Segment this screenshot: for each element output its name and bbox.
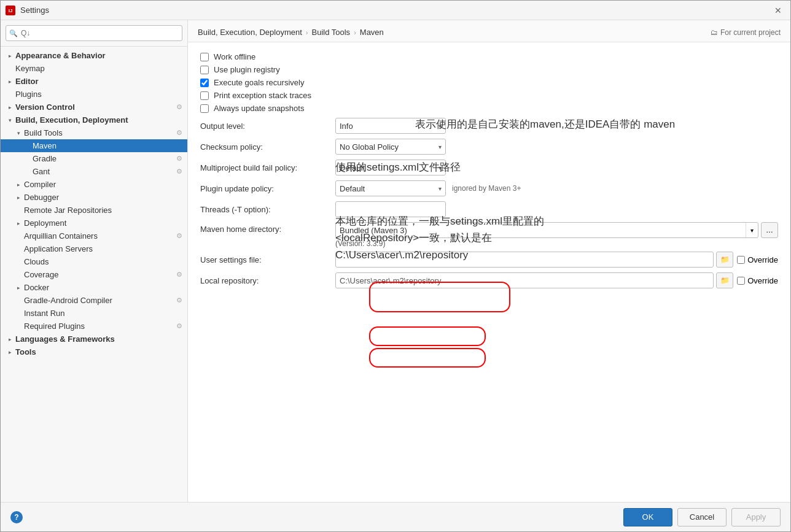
breadcrumb-part2: Build Tools xyxy=(311,28,350,37)
remote-jar-arrow-icon xyxy=(14,206,23,215)
checkbox-always-update[interactable] xyxy=(200,104,209,113)
instant-run-arrow-icon xyxy=(14,309,23,318)
breadcrumb-sep1: › xyxy=(306,29,308,36)
required-plugins-gear-icon: ⚙ xyxy=(176,322,182,330)
ok-button[interactable]: OK xyxy=(623,508,672,526)
checkbox-use-plugin-registry[interactable] xyxy=(200,66,209,74)
gradle-gear-icon: ⚙ xyxy=(176,155,182,163)
sidebar-item-tools[interactable]: ▸Tools xyxy=(1,345,187,358)
compiler-arrow-icon: ▸ xyxy=(14,180,23,189)
breadcrumb-sep2: › xyxy=(354,29,356,36)
instant-run-label: Instant Run xyxy=(24,309,65,318)
tools-arrow-icon: ▸ xyxy=(6,348,14,357)
apply-button[interactable]: Apply xyxy=(731,508,781,526)
checkbox-execute-goals[interactable] xyxy=(200,79,209,87)
debugger-label: Debugger xyxy=(24,193,59,202)
maven-home-browse-button[interactable]: … xyxy=(761,222,778,238)
sidebar-item-instant-run[interactable]: Instant Run xyxy=(1,307,187,320)
form-label-output-level: Output level: xyxy=(200,121,335,131)
sidebar-item-gradle[interactable]: Gradle⚙ xyxy=(1,152,187,165)
sidebar-item-build-execution[interactable]: ▾Build, Execution, Deployment xyxy=(1,114,187,126)
deployment-label: Deployment xyxy=(24,218,66,228)
note-plugin-update: ignored by Maven 3+ xyxy=(452,184,521,193)
editor-label: Editor xyxy=(15,77,39,86)
arquillian-gear-icon: ⚙ xyxy=(176,232,182,240)
cancel-button[interactable]: Cancel xyxy=(677,508,727,526)
sidebar-item-compiler[interactable]: ▸Compiler xyxy=(1,178,187,191)
local-repo-browse-button[interactable]: 📁 xyxy=(716,272,733,288)
breadcrumb-part3: Maven xyxy=(360,28,384,37)
maven-home-row: Maven home directory: Bundled (Maven 3) … xyxy=(200,222,778,248)
sidebar-item-appearance[interactable]: ▸Appearance & Behavior xyxy=(1,49,187,62)
dropdown-output-level[interactable]: Info▾ xyxy=(335,118,446,134)
checkbox-label-always-update: Always update snapshots xyxy=(214,104,304,113)
checkbox-row-execute-goals: Execute goals recursively xyxy=(200,78,778,87)
local-repo-input[interactable] xyxy=(335,272,714,288)
app-servers-label: Application Servers xyxy=(24,244,93,253)
build-execution-arrow-icon: ▾ xyxy=(6,116,14,125)
build-tools-gear-icon: ⚙ xyxy=(176,129,182,137)
sidebar-item-version-control[interactable]: ▸Version Control⚙ xyxy=(1,101,187,114)
dropdown-value-output-level: Info xyxy=(340,121,438,131)
gradle-arrow-icon xyxy=(23,155,31,163)
sidebar-item-remote-jar[interactable]: Remote Jar Repositories xyxy=(1,204,187,217)
dropdown-plugin-update[interactable]: Default▾ xyxy=(335,180,446,196)
dropdown-value-multiproject-policy: Default xyxy=(340,163,438,172)
sidebar-item-coverage[interactable]: Coverage⚙ xyxy=(1,268,187,281)
user-settings-input[interactable] xyxy=(335,252,714,268)
sidebar-item-plugins[interactable]: Plugins xyxy=(1,88,187,101)
sidebar-item-keymap[interactable]: Keymap xyxy=(1,62,187,75)
checkbox-print-exception[interactable] xyxy=(200,91,209,100)
checkbox-label-use-plugin-registry: Use plugin registry xyxy=(214,65,280,74)
breadcrumb-bar: Build, Execution, Deployment › Build Too… xyxy=(188,20,790,42)
user-settings-override: Override xyxy=(737,255,778,264)
build-execution-label: Build, Execution, Deployment xyxy=(15,115,128,125)
help-button[interactable]: ? xyxy=(10,511,23,523)
sidebar-item-gant[interactable]: Gant⚙ xyxy=(1,165,187,178)
form-rows-group: Output level:Info▾Checksum policy:No Glo… xyxy=(200,118,778,217)
coverage-label: Coverage xyxy=(24,270,58,279)
dropdown-multiproject-policy[interactable]: Default▾ xyxy=(335,160,446,175)
search-input[interactable] xyxy=(6,25,182,41)
maven-home-value: Bundled (Maven 3) xyxy=(336,226,746,235)
dropdown-arrow-plugin-update: ▾ xyxy=(438,185,442,192)
sidebar-item-debugger[interactable]: ▸Debugger xyxy=(1,191,187,204)
maven-home-select[interactable]: Bundled (Maven 3) ▾ xyxy=(335,222,758,238)
form-label-checksum-policy: Checksum policy: xyxy=(200,142,335,152)
sidebar-item-required-plugins[interactable]: Required Plugins⚙ xyxy=(1,320,187,333)
gradle-android-label: Gradle-Android Compiler xyxy=(24,296,112,305)
dropdown-value-checksum-policy: No Global Policy xyxy=(340,142,438,152)
form-label-multiproject-policy: Multiproject build fail policy: xyxy=(200,163,335,172)
sidebar-item-build-tools[interactable]: ▾Build Tools⚙ xyxy=(1,126,187,139)
form-label-plugin-update: Plugin update policy: xyxy=(200,184,335,193)
arquillian-arrow-icon xyxy=(14,232,23,241)
bottom-bar: ? OK Cancel Apply xyxy=(1,502,790,531)
sidebar: 🔍 ▸Appearance & BehaviorKeymap▸EditorPlu… xyxy=(1,20,188,502)
sidebar-item-arquillian[interactable]: Arquillian Containers⚙ xyxy=(1,229,187,242)
text-input-threads[interactable] xyxy=(335,201,446,217)
checkbox-work-offline[interactable] xyxy=(200,53,209,61)
local-repo-override-checkbox[interactable] xyxy=(737,277,745,285)
user-settings-browse-button[interactable]: 📁 xyxy=(716,252,733,268)
sidebar-item-editor[interactable]: ▸Editor xyxy=(1,75,187,88)
form-row-multiproject-policy: Multiproject build fail policy:Default▾ xyxy=(200,160,778,175)
languages-label: Languages & Frameworks xyxy=(15,334,115,344)
close-button[interactable]: ✕ xyxy=(771,3,785,18)
dropdown-checksum-policy[interactable]: No Global Policy▾ xyxy=(335,139,446,155)
remote-jar-label: Remote Jar Repositories xyxy=(24,206,112,215)
sidebar-item-app-servers[interactable]: Application Servers xyxy=(1,242,187,255)
sidebar-item-docker[interactable]: ▸Docker xyxy=(1,281,187,294)
version-control-label: Version Control xyxy=(15,102,75,112)
sidebar-item-languages[interactable]: ▸Languages & Frameworks xyxy=(1,333,187,345)
sidebar-item-clouds[interactable]: Clouds xyxy=(1,255,187,268)
sidebar-item-maven[interactable]: Maven xyxy=(1,139,187,152)
user-settings-override-checkbox[interactable] xyxy=(737,256,745,264)
maven-arrow-icon xyxy=(23,142,31,150)
checkbox-row-work-offline: Work offline xyxy=(200,52,778,61)
gradle-label: Gradle xyxy=(33,154,56,163)
form-row-output-level: Output level:Info▾ xyxy=(200,118,778,134)
required-plugins-arrow-icon xyxy=(14,322,23,331)
sidebar-item-deployment[interactable]: ▸Deployment xyxy=(1,217,187,229)
for-project-label: For current project xyxy=(720,28,781,37)
sidebar-item-gradle-android[interactable]: Gradle-Android Compiler⚙ xyxy=(1,294,187,307)
